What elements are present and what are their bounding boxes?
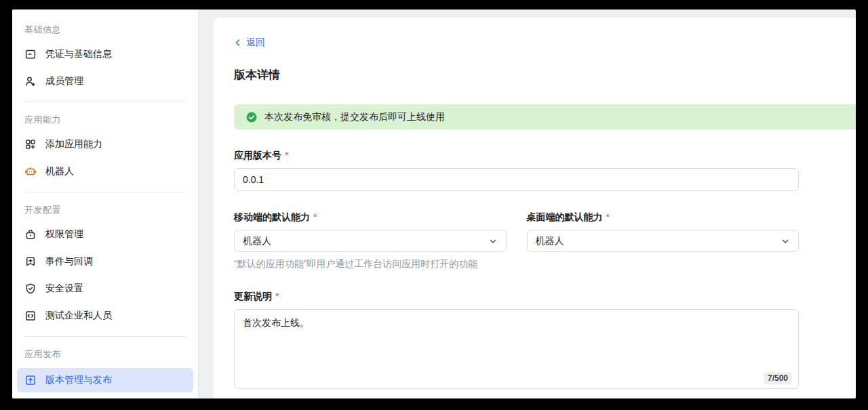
- sidebar-divider: [24, 336, 186, 337]
- shield-check-icon: [24, 283, 37, 295]
- lock-icon: [24, 228, 37, 241]
- credential-card-icon: [24, 48, 37, 60]
- required-asterisk: *: [285, 150, 288, 161]
- capability-hint: “默认的应用功能”即用户通过工作台访问应用时打开的功能: [234, 258, 799, 270]
- back-button[interactable]: 返回: [234, 37, 265, 49]
- sidebar-item-label: 权限管理: [45, 228, 83, 241]
- required-asterisk: *: [313, 211, 317, 222]
- version-detail-panel: 返回 版本详情 本次发布免审核，提交发布后即可上线使用 应用版本号* 移动端的默…: [214, 18, 856, 398]
- banner-text: 本次发布免审核，提交发布后即可上线使用: [264, 111, 445, 123]
- version-number-label: 应用版本号*: [234, 150, 799, 162]
- desktop-capability-label: 桌面端的默认能力*: [527, 211, 800, 224]
- sidebar-section-dev-config: 开发配置: [12, 199, 198, 221]
- no-review-banner: 本次发布免审核，提交发布后即可上线使用: [234, 104, 856, 129]
- sidebar-item-label: 安全设置: [45, 283, 83, 295]
- chevron-down-icon: [488, 237, 498, 246]
- sidebar-item-label: 机器人: [45, 165, 74, 178]
- sidebar-item-credentials[interactable]: 凭证与基础信息: [12, 41, 198, 68]
- sidebar-item-permissions[interactable]: 权限管理: [12, 221, 198, 248]
- sidebar-item-add-capability[interactable]: 添加应用能力: [12, 131, 198, 158]
- sidebar-section-basic-info: 基础信息: [12, 19, 198, 41]
- version-number-input[interactable]: [234, 168, 799, 191]
- desktop-capability-select[interactable]: 机器人: [527, 230, 800, 252]
- mobile-capability-select[interactable]: 机器人: [234, 230, 507, 252]
- sidebar-item-security[interactable]: 安全设置: [12, 275, 198, 302]
- robot-icon: [24, 165, 37, 178]
- code-box-icon: [24, 310, 37, 322]
- mobile-capability-value: 机器人: [243, 235, 271, 247]
- person-add-icon: [24, 75, 37, 87]
- sidebar: 基础信息 凭证与基础信息 成员管理 应用能力: [12, 9, 199, 398]
- sidebar-section-app-release: 应用发布: [12, 344, 198, 365]
- chevron-left-icon: [234, 39, 242, 47]
- publish-arrow-icon: [24, 374, 37, 386]
- sidebar-section-app-capability: 应用能力: [12, 109, 198, 131]
- sidebar-item-test-company[interactable]: 测试企业和人员: [12, 302, 198, 329]
- update-notes-label: 更新说明*: [234, 291, 799, 303]
- sidebar-divider: [24, 102, 186, 102]
- sidebar-item-events[interactable]: 事件与回调: [12, 248, 198, 275]
- mobile-capability-label: 移动端的默认能力*: [234, 211, 507, 224]
- required-asterisk: *: [275, 291, 279, 302]
- desktop-capability-value: 机器人: [536, 235, 564, 247]
- sidebar-item-robot[interactable]: 机器人: [12, 158, 198, 185]
- update-notes-textarea[interactable]: 首次发布上线。: [234, 309, 799, 389]
- sidebar-divider: [24, 192, 186, 192]
- sidebar-item-label: 事件与回调: [45, 255, 93, 268]
- version-form: 应用版本号* 移动端的默认能力* 机器人: [234, 150, 799, 392]
- sidebar-item-label: 测试企业和人员: [45, 310, 112, 322]
- sidebar-item-label: 成员管理: [45, 75, 83, 87]
- app-window: 基础信息 凭证与基础信息 成员管理 应用能力: [12, 9, 856, 398]
- sidebar-item-version-release[interactable]: 版本管理与发布: [17, 368, 193, 392]
- sidebar-item-label: 凭证与基础信息: [45, 48, 112, 60]
- chevron-down-icon: [781, 237, 790, 246]
- sidebar-item-label: 版本管理与发布: [45, 374, 112, 386]
- page-title: 版本详情: [234, 67, 856, 83]
- char-counter: 7/500: [764, 372, 792, 384]
- sidebar-item-label: 添加应用能力: [45, 138, 102, 150]
- success-check-icon: [245, 111, 258, 123]
- sidebar-item-members[interactable]: 成员管理: [12, 68, 198, 95]
- back-label: 返回: [246, 37, 265, 49]
- bookmark-plus-icon: [24, 255, 37, 268]
- required-asterisk: *: [606, 211, 610, 222]
- app-grid-add-icon: [24, 138, 37, 150]
